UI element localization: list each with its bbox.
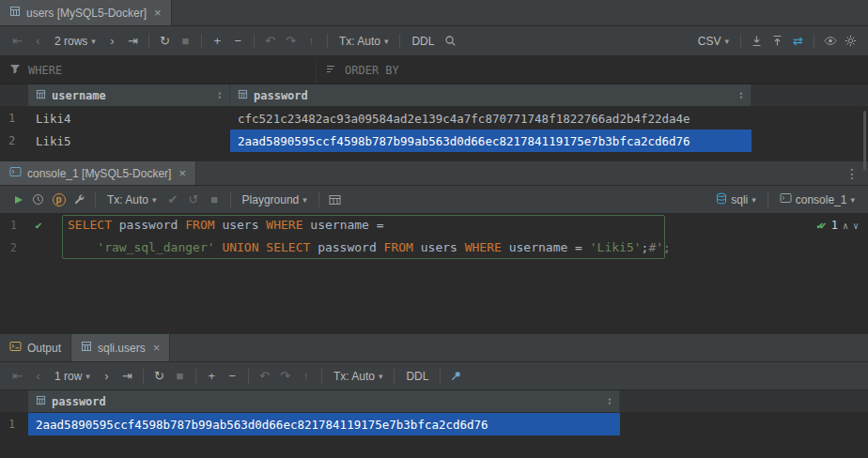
tab-output[interactable]: Output (0, 334, 71, 361)
page-size-dropdown[interactable]: 1 row ▾ (49, 366, 96, 387)
last-page-button[interactable]: ⇥ (123, 31, 143, 52)
chevron-down-icon: ▾ (752, 195, 756, 205)
toolbar-separator (814, 34, 814, 49)
prev-page-button[interactable]: ‹ (28, 366, 48, 387)
export-format-dropdown[interactable]: CSV ▾ (692, 31, 735, 52)
first-page-button[interactable]: ⇤ (8, 366, 27, 387)
settings-gear-icon[interactable] (841, 31, 860, 52)
table-row[interactable]: 1 2aad5890595ccf4598b787b99ab563d0d66ec8… (0, 413, 868, 435)
add-row-button[interactable]: + (202, 366, 222, 387)
tx-mode-dropdown[interactable]: Tx: Auto ▾ (101, 190, 163, 210)
cell-username[interactable]: Liki4 (28, 107, 230, 130)
sql-line-text[interactable]: SELECT password FROM users WHERE usernam… (60, 214, 384, 237)
order-by-input[interactable]: ORDER BY (316, 56, 868, 84)
tab-label: console_1 [MySQL5-Docker] (27, 167, 171, 180)
submit-icon[interactable]: ↑ (296, 366, 316, 387)
wrench-settings-icon[interactable] (70, 190, 89, 210)
sort-toggle-icon[interactable]: ▴▾ (218, 91, 222, 100)
column-header-password[interactable]: password ▴▾ (28, 390, 620, 412)
rollback-icon[interactable]: ↺ (184, 190, 204, 210)
table-row[interactable]: 1 Liki4 cfc521c23482ac93a09584ad2e139c4a… (0, 107, 868, 130)
sql-line-text[interactable]: 'raw_sql_danger' UNION SELECT password F… (60, 237, 671, 259)
prev-match-icon[interactable]: ∧ (843, 221, 848, 231)
schema-selector[interactable]: sqli ▾ (710, 190, 762, 210)
cell-password[interactable]: cfc521c23482ac93a09584ad2e139c4a7fc87077… (230, 107, 752, 130)
tab-console[interactable]: console_1 [MySQL5-Docker] × (0, 161, 196, 185)
sql-editor[interactable]: 1 ✔ SELECT password FROM users WHERE use… (0, 214, 868, 334)
reload-icon[interactable]: ↻ (155, 31, 175, 52)
sql-token: SELECT (68, 218, 112, 232)
chevron-down-icon: ▾ (379, 372, 383, 381)
cell-username[interactable]: Liki5 (28, 130, 230, 152)
console-tabbar: console_1 [MySQL5-Docker] × ⋮ (0, 161, 868, 186)
stop-icon[interactable]: ■ (170, 366, 190, 387)
grid-corner-cell[interactable] (0, 84, 28, 106)
submit-icon[interactable]: ↑ (302, 31, 321, 52)
commit-check-icon[interactable]: ✔ (163, 190, 183, 210)
explain-plan-icon[interactable]: p (49, 190, 69, 210)
close-icon[interactable]: × (153, 341, 161, 355)
ddl-button[interactable]: DDL (400, 366, 434, 387)
success-check-icon: ✔ (819, 219, 826, 232)
sync-compare-icon[interactable]: ⇄ (788, 31, 808, 52)
grid-corner-cell[interactable] (0, 390, 28, 412)
console-toolbar: p Tx: Auto ▾ ✔ ↺ ■ Playground ▾ sqli ▾ (0, 186, 868, 214)
cell-password-selected[interactable]: 2aad5890595ccf4598b787b99ab563d0d66ec821… (230, 130, 752, 152)
eye-view-icon[interactable] (820, 31, 840, 52)
next-match-icon[interactable]: ∨ (853, 221, 859, 231)
column-header-username[interactable]: username ▴▾ (28, 84, 230, 106)
last-page-button[interactable]: ⇥ (117, 366, 137, 387)
tab-users-grid[interactable]: users [MySQL5-Docker] × (0, 0, 172, 25)
table-row[interactable]: 2 Liki5 2aad5890595ccf4598b787b99ab563d0… (0, 130, 868, 152)
import-upload-icon[interactable] (767, 31, 787, 52)
reload-icon[interactable]: ↻ (149, 366, 169, 387)
database-ide-window: users [MySQL5-Docker] × ⇤ ‹ 2 rows ▾ › ⇥… (0, 0, 868, 458)
sql-token: #'; (648, 240, 670, 254)
where-filter-input[interactable]: WHERE (0, 56, 316, 84)
tab-result-grid[interactable]: sqli.users × (71, 334, 170, 361)
chevron-down-icon: ▾ (850, 195, 855, 205)
ddl-button[interactable]: DDL (406, 31, 440, 52)
delete-row-button[interactable]: − (228, 31, 248, 52)
match-navigator[interactable]: ✔ ✔ 1 ∧ ∨ (816, 214, 859, 237)
search-icon[interactable] (441, 31, 460, 52)
vertical-scrollbar[interactable] (863, 111, 866, 171)
revert-icon[interactable]: ↶ (255, 366, 274, 387)
line-number: 2 (0, 237, 17, 259)
redo-icon[interactable]: ↷ (281, 31, 301, 52)
editor-gutter: 2 (0, 237, 60, 259)
session-selector[interactable]: console_1 ▾ (774, 190, 860, 210)
delete-row-button[interactable]: − (223, 366, 242, 387)
column-header-password[interactable]: password ▴▾ (230, 84, 752, 106)
page-size-dropdown[interactable]: 2 rows ▾ (49, 31, 101, 52)
tx-mode-dropdown[interactable]: Tx: Auto ▾ (333, 31, 395, 52)
bottom-filler (0, 435, 868, 458)
next-page-button[interactable]: › (97, 366, 116, 387)
export-download-icon[interactable] (747, 31, 767, 52)
sql-token: UNION (222, 240, 258, 254)
cell-password-selected[interactable]: 2aad5890595ccf4598b787b99ab563d0d66ec821… (28, 413, 620, 435)
run-button[interactable] (8, 190, 27, 210)
history-clock-icon[interactable] (28, 190, 48, 210)
close-icon[interactable]: × (178, 166, 186, 180)
column-title: username (52, 89, 106, 102)
sort-toggle-icon[interactable]: ▴▾ (608, 397, 612, 406)
pin-tab-icon[interactable] (446, 366, 466, 387)
playground-dropdown[interactable]: Playground ▾ (237, 190, 313, 210)
first-page-button[interactable]: ⇤ (8, 31, 27, 52)
editor-line-1[interactable]: 1 ✔ SELECT password FROM users WHERE use… (0, 214, 868, 237)
table-view-icon[interactable] (325, 190, 345, 210)
editor-line-2[interactable]: 2 'raw_sql_danger' UNION SELECT password… (0, 237, 868, 259)
tx-mode-dropdown[interactable]: Tx: Auto ▾ (328, 366, 389, 387)
grid-header-filler (620, 390, 868, 412)
stop-icon[interactable]: ■ (205, 190, 225, 210)
close-icon[interactable]: × (154, 6, 162, 20)
stop-icon[interactable]: ■ (176, 31, 195, 52)
next-page-button[interactable]: › (102, 31, 122, 52)
prev-page-button[interactable]: ‹ (28, 31, 48, 52)
add-row-button[interactable]: + (208, 31, 227, 52)
revert-icon[interactable]: ↶ (260, 31, 280, 52)
grid-header-row: username ▴▾ password ▴▾ (0, 84, 868, 107)
sort-toggle-icon[interactable]: ▴▾ (739, 91, 743, 100)
redo-icon[interactable]: ↷ (275, 366, 295, 387)
